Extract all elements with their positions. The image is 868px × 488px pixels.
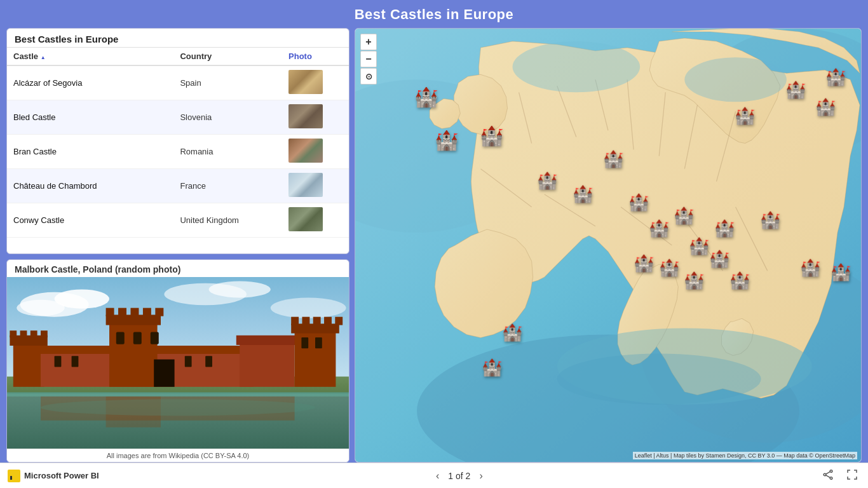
- photo-title: Malbork Castle, Poland (random photo): [7, 260, 349, 277]
- svg-rect-41: [154, 360, 174, 387]
- table-row[interactable]: Conwy CastleUnited Kingdom: [7, 203, 349, 238]
- svg-rect-70: [13, 474, 15, 480]
- malbork-photo: [7, 277, 349, 449]
- svg-rect-21: [143, 308, 151, 316]
- country-col-header[interactable]: Country: [173, 48, 282, 65]
- svg-rect-31: [335, 317, 342, 325]
- prev-page-button[interactable]: ‹: [433, 468, 442, 484]
- next-page-button[interactable]: ›: [477, 468, 485, 484]
- zoom-in-button[interactable]: +: [360, 34, 377, 50]
- castle-marker[interactable]: 🏰: [435, 131, 458, 150]
- page-title: Best Castles in Europe: [0, 6, 868, 23]
- country-name-cell: France: [173, 169, 282, 203]
- map-section[interactable]: + − ⊙ 🏰🏰🏰🏰🏰🏰🏰🏰🏰🏰🏰🏰🏰🏰🏰🏰🏰🏰🏰🏰🏰🏰🏰🏰🏰 Leaflet …: [355, 28, 862, 463]
- table-container[interactable]: Castle ▲ Country Photo: [7, 48, 349, 254]
- share-icon[interactable]: [820, 466, 836, 485]
- castles-table: Castle ▲ Country Photo: [7, 48, 349, 238]
- table-row[interactable]: Château de ChambordFrance: [7, 169, 349, 203]
- table-row[interactable]: Bled CastleSlovenia: [7, 100, 349, 135]
- country-name-cell: Slovenia: [173, 100, 282, 135]
- castle-marker[interactable]: 🏰: [689, 238, 709, 254]
- left-panel: Best Castles in Europe Castle ▲ Country: [6, 28, 349, 463]
- table-body: Alcázar of SegoviaSpainBled CastleSloven…: [7, 65, 349, 238]
- svg-rect-13: [41, 330, 48, 337]
- photo-col-header[interactable]: Photo: [282, 48, 349, 65]
- castle-marker[interactable]: 🏰: [480, 126, 503, 146]
- svg-rect-43: [7, 392, 349, 396]
- castle-marker[interactable]: 🏰: [659, 259, 679, 276]
- svg-rect-71: [16, 472, 18, 480]
- castle-marker[interactable]: 🏰: [649, 220, 669, 236]
- svg-rect-39: [301, 337, 308, 348]
- svg-rect-30: [324, 317, 332, 325]
- page-header: Best Castles in Europe: [0, 0, 868, 28]
- castle-name-cell: Bran Castle: [7, 135, 173, 169]
- bottom-bar: Microsoft Power BI ‹ 1 of 2 ›: [0, 463, 868, 488]
- svg-rect-11: [20, 330, 27, 337]
- castle-name-cell: Château de Chambord: [7, 169, 173, 203]
- castle-marker[interactable]: 🏰: [684, 272, 704, 288]
- castle-thumbnail: [288, 207, 323, 231]
- page-navigation: ‹ 1 of 2 ›: [433, 468, 485, 484]
- svg-rect-38: [205, 356, 212, 367]
- castle-marker[interactable]: 🏰: [714, 220, 735, 236]
- svg-rect-26: [291, 323, 339, 333]
- svg-line-76: [826, 475, 831, 477]
- svg-rect-36: [72, 356, 79, 367]
- castle-marker[interactable]: 🏰: [603, 151, 623, 167]
- photo-section: Malbork Castle, Poland (random photo): [6, 259, 349, 463]
- castle-marker[interactable]: 🏰: [537, 172, 557, 189]
- svg-point-73: [830, 477, 832, 479]
- table-row[interactable]: Alcázar of SegoviaSpain: [7, 65, 349, 100]
- table-section: Best Castles in Europe Castle ▲ Country: [6, 28, 349, 254]
- page-indicator: 1 of 2: [448, 471, 470, 481]
- svg-rect-37: [185, 356, 192, 367]
- castle-marker[interactable]: 🏰: [502, 324, 522, 341]
- svg-rect-32: [116, 332, 125, 344]
- svg-rect-19: [118, 308, 126, 316]
- castle-marker[interactable]: 🏰: [800, 259, 820, 276]
- svg-rect-16: [109, 322, 158, 387]
- svg-rect-24: [236, 336, 298, 345]
- table-row[interactable]: Bran CastleRomania: [7, 135, 349, 169]
- castle-marker[interactable]: 🏰: [825, 69, 846, 85]
- castle-thumbnail: [288, 139, 323, 163]
- country-name-cell: Spain: [173, 65, 282, 100]
- reset-view-button[interactable]: ⊙: [360, 68, 377, 85]
- castle-marker[interactable]: 🏰: [815, 98, 836, 115]
- castle-marker[interactable]: 🏰: [628, 194, 649, 210]
- castle-marker[interactable]: 🏰: [729, 272, 750, 288]
- svg-rect-20: [130, 308, 139, 316]
- castle-marker[interactable]: 🏰: [785, 81, 806, 98]
- castle-marker[interactable]: 🏰: [735, 107, 755, 124]
- castle-name-cell: Conwy Castle: [7, 203, 173, 238]
- photo-thumbnail-cell: [282, 169, 349, 203]
- castle-marker[interactable]: 🏰: [482, 359, 502, 376]
- castle-marker[interactable]: 🏰: [831, 264, 851, 280]
- svg-point-72: [830, 470, 832, 472]
- castle-marker[interactable]: 🏰: [760, 212, 780, 228]
- main-content: Best Castles in Europe Castle ▲ Country: [0, 28, 868, 463]
- map-controls: + − ⊙: [360, 34, 377, 85]
- photo-footer: All images are from Wikipedia (CC BY-SA …: [7, 449, 349, 462]
- castle-thumbnail: [288, 104, 323, 128]
- castle-marker[interactable]: 🏰: [414, 88, 438, 107]
- svg-rect-69: [10, 476, 12, 480]
- svg-point-5: [209, 281, 271, 297]
- svg-point-3: [17, 300, 65, 316]
- svg-rect-23: [240, 342, 294, 387]
- zoom-out-button[interactable]: −: [360, 51, 377, 67]
- fullscreen-icon[interactable]: [844, 466, 860, 485]
- castle-marker[interactable]: 🏰: [634, 255, 654, 271]
- castle-thumbnail: [288, 70, 323, 94]
- bottom-right-actions: [820, 466, 860, 485]
- castle-marker[interactable]: 🏰: [573, 186, 593, 202]
- castle-col-header[interactable]: Castle ▲: [7, 48, 173, 65]
- powerbi-logo: Microsoft Power BI: [8, 470, 99, 482]
- map-background: + − ⊙ 🏰🏰🏰🏰🏰🏰🏰🏰🏰🏰🏰🏰🏰🏰🏰🏰🏰🏰🏰🏰🏰🏰🏰🏰🏰 Leaflet …: [355, 29, 861, 462]
- photo-thumbnail-cell: [282, 65, 349, 100]
- castle-marker[interactable]: 🏰: [709, 250, 729, 267]
- svg-point-74: [824, 473, 826, 476]
- castle-thumbnail: [288, 173, 323, 197]
- castle-marker[interactable]: 🏰: [674, 207, 694, 224]
